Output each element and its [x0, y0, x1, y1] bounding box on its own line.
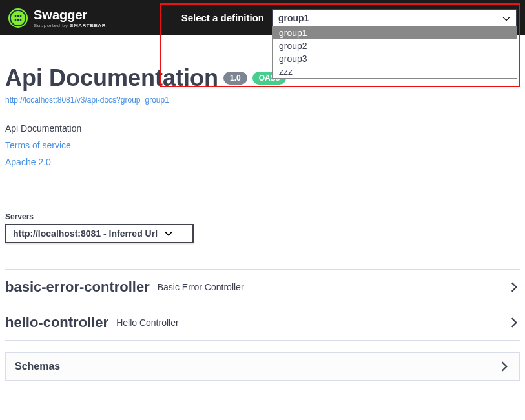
definition-selector-area: Select a definition group1 group1 group2…	[181, 9, 517, 27]
tag-section[interactable]: basic-error-controller Basic Error Contr…	[5, 270, 520, 305]
topbar: Swagger Supported by SMARTBEAR Select a …	[0, 0, 525, 35]
tag-name: basic-error-controller	[5, 279, 150, 295]
definition-label: Select a definition	[181, 12, 264, 23]
tag-section[interactable]: hello-controller Hello Controller	[5, 305, 520, 340]
tag-name: hello-controller	[5, 314, 108, 331]
license-link[interactable]: Apache 2.0	[5, 157, 520, 167]
version-badge: 1.0	[223, 72, 247, 85]
chevron-right-icon	[508, 317, 520, 328]
schemas-section[interactable]: Schemas	[5, 352, 520, 381]
svg-point-4	[20, 15, 22, 17]
svg-point-6	[17, 19, 19, 21]
schemas-title: Schemas	[15, 361, 499, 372]
definition-select[interactable]: group1 group1 group2 group3 zzz	[272, 9, 517, 27]
page-title: Api Documentation	[5, 65, 218, 92]
tag-description: Hello Controller	[116, 317, 508, 328]
swagger-icon	[8, 8, 28, 28]
servers-label: Servers	[5, 212, 520, 221]
tag-description: Basic Error Controller	[158, 282, 508, 292]
chevron-right-icon	[508, 281, 520, 293]
definition-selected-value: group1	[278, 13, 309, 23]
definition-option[interactable]: group1	[273, 26, 517, 39]
logo: Swagger Supported by SMARTBEAR	[8, 8, 106, 28]
terms-of-service-link[interactable]: Terms of service	[5, 140, 520, 150]
definition-option[interactable]: group2	[273, 39, 517, 52]
svg-point-7	[20, 19, 22, 21]
servers-select[interactable]: http://localhost:8081 - Inferred Url	[5, 224, 194, 243]
definition-option[interactable]: zzz	[273, 65, 517, 78]
svg-point-0	[8, 8, 28, 28]
definition-dropdown: group1 group2 group3 zzz	[272, 26, 517, 79]
chevron-right-icon	[499, 361, 510, 372]
chevron-down-icon	[502, 14, 511, 23]
svg-point-2	[15, 15, 17, 17]
main-content: Api Documentation 1.0 OAS3 http://localh…	[0, 65, 525, 381]
api-docs-url[interactable]: http://localhost:8081/v3/api-docs?group=…	[5, 95, 169, 105]
definition-option[interactable]: group3	[273, 52, 517, 65]
tag-list: basic-error-controller Basic Error Contr…	[5, 269, 520, 341]
svg-point-5	[15, 19, 17, 21]
api-description: Api Documentation	[5, 123, 520, 134]
svg-point-3	[17, 15, 19, 17]
chevron-down-icon	[164, 229, 173, 238]
logo-subtext: Supported by SMARTBEAR	[34, 23, 106, 28]
logo-text: Swagger	[34, 8, 106, 23]
servers-selected-value: http://localhost:8081 - Inferred Url	[13, 228, 158, 239]
